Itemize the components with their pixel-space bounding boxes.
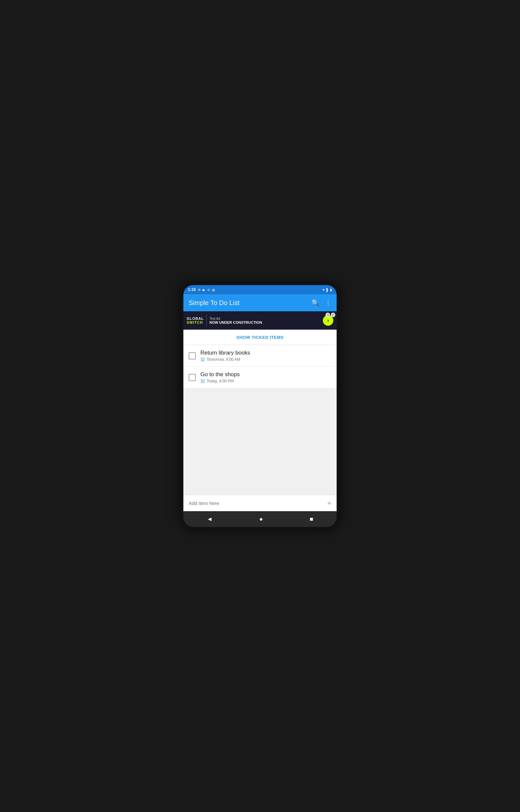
todo-time-1: Tomorrow, 9:00 AM [207,357,240,362]
ad-main-text: NOW UNDER CONSTRUCTION [209,320,321,324]
signal-icon: ▌ [327,288,329,292]
search-icon[interactable]: 🔍 [311,299,319,307]
alarm-icon-2 [201,379,205,384]
add-item-plus-button[interactable]: + [327,499,331,508]
recents-button[interactable]: ■ [303,513,320,525]
wifi-icon: ▼ [322,288,325,292]
empty-space [183,388,337,495]
ad-text-area: Test Ad NOW UNDER CONSTRUCTION [209,317,321,324]
todo-checkbox-2[interactable] [189,374,196,381]
ad-label: Test Ad [209,317,321,320]
home-button[interactable]: ● [253,513,269,525]
play-protect-icon: ▶ [203,288,205,292]
app-title: Simple To Do List [189,299,306,307]
nav-bar: ◄ ● ■ [183,511,337,527]
todo-time-row-2: Today, 4:00 PM [201,379,331,384]
todo-time-row-1: Tomorrow, 9:00 AM [201,357,331,362]
add-item-bar: + [183,495,337,511]
app-bar: Simple To Do List 🔍 ⋮ [183,294,337,311]
todo-list: Return library books Tomorrow, 9:00 AM [183,345,337,388]
show-ticked-section[interactable]: SHOW TICKED ITEMS [183,330,337,345]
back-button[interactable]: ◄ [200,513,219,525]
ad-brand-switch: SWITCH [187,320,204,324]
add-item-input[interactable] [189,500,327,506]
settings-icon: ⚙ [198,288,201,292]
ad-divider [206,315,207,326]
todo-time-2: Today, 4:00 PM [207,379,234,384]
ad-controls: ℹ ✕ [326,313,335,317]
battery-icon: ▮ [330,288,332,292]
main-content: SHOW TICKED ITEMS Return library books [183,330,337,511]
status-time: 1:15 [188,287,196,292]
todo-title-2: Go to the shops [201,371,331,378]
clipboard-icon: ▤ [212,288,215,292]
ad-logo: GLOBAL SWITCH [187,317,204,324]
ad-info-icon[interactable]: ℹ [326,313,330,317]
more-options-icon[interactable]: ⋮ [325,299,331,307]
status-bar: 1:15 ⚙ ▶ ⊘ ▤ ▼ ▌ ▮ [183,285,337,294]
todo-checkbox-1[interactable] [189,352,196,360]
todo-item[interactable]: Return library books Tomorrow, 9:00 AM [183,345,337,367]
ad-brand: GLOBAL SWITCH [187,317,204,324]
status-right: ▼ ▌ ▮ [322,288,332,292]
device-frame: 1:15 ⚙ ▶ ⊘ ▤ ▼ ▌ ▮ Simple To Do List 🔍 ⋮… [181,283,339,529]
ad-close-icon[interactable]: ✕ [331,313,335,317]
todo-info-1: Return library books Tomorrow, 9:00 AM [201,350,331,362]
alarm-icon-1 [201,357,205,362]
ad-arrow-icon: › [327,318,329,323]
show-ticked-button[interactable]: SHOW TICKED ITEMS [236,335,284,340]
ad-brand-global: GLOBAL [187,317,204,320]
todo-title-1: Return library books [201,350,331,356]
no-sim-icon: ⊘ [207,288,210,292]
status-left: 1:15 ⚙ ▶ ⊘ ▤ [188,287,215,292]
todo-info-2: Go to the shops Today, 4:00 PM [201,371,331,384]
ad-banner: GLOBAL SWITCH Test Ad NOW UNDER CONSTRUC… [183,311,337,330]
todo-item-2[interactable]: Go to the shops Today, 4:00 PM [183,367,337,388]
